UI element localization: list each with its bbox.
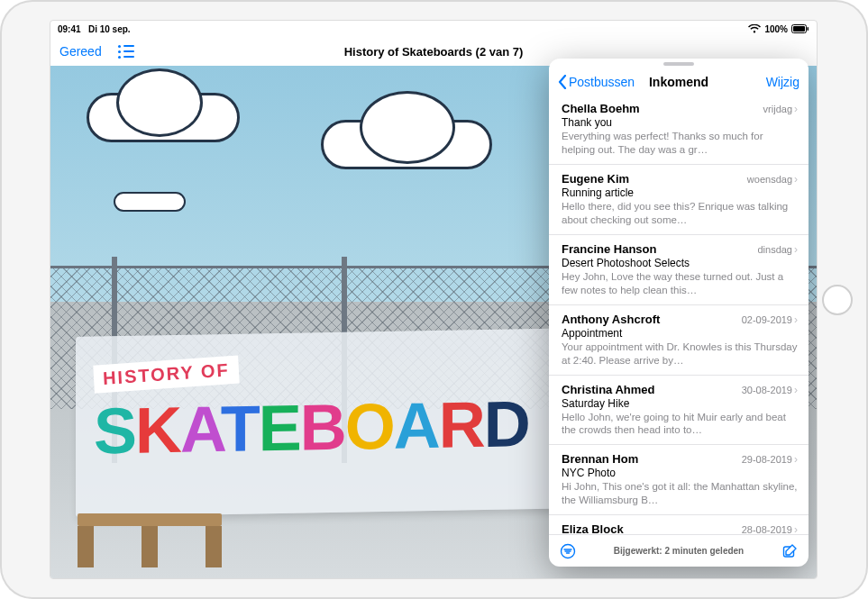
status-bar: 09:41 Di 10 sep. 100% bbox=[50, 21, 817, 37]
mail-date: 30-08-2019› bbox=[742, 384, 798, 396]
mail-sender: Chella Boehm bbox=[562, 102, 640, 115]
mail-preview: Hey John, Love the way these turned out.… bbox=[562, 270, 798, 297]
mail-subject: Thank you bbox=[562, 116, 798, 129]
page-title: History of Skateboards (2 van 7) bbox=[50, 45, 817, 59]
mail-preview: Everything was perfect! Thanks so much f… bbox=[562, 130, 798, 157]
mail-date: 28-08-2019› bbox=[742, 523, 798, 534]
mail-subject: NYC Photo bbox=[562, 467, 798, 479]
chevron-left-icon bbox=[558, 75, 567, 89]
battery-icon bbox=[791, 24, 809, 33]
mail-back-button[interactable]: Postbussen bbox=[558, 75, 635, 89]
pallet-graphic bbox=[78, 513, 222, 567]
chevron-right-icon: › bbox=[794, 243, 798, 256]
done-button[interactable]: Gereed bbox=[59, 44, 102, 59]
mail-subject: Appointment bbox=[562, 327, 798, 340]
list-icon[interactable] bbox=[118, 45, 134, 58]
mail-preview: Hello John, we're going to hit Muir earl… bbox=[562, 411, 798, 438]
mail-item[interactable]: Chella Boehmvrijdag›Thank youEverything … bbox=[549, 95, 809, 165]
ipad-frame: 09:41 Di 10 sep. 100% Gereed History of … bbox=[0, 0, 868, 599]
chevron-right-icon: › bbox=[794, 103, 798, 115]
mail-item[interactable]: Christina Ahmed30-08-2019›Saturday HikeH… bbox=[549, 376, 809, 446]
battery-label: 100% bbox=[764, 24, 788, 34]
mail-sender: Francine Hanson bbox=[562, 242, 656, 256]
mail-date: dinsdag› bbox=[757, 243, 798, 256]
mail-item[interactable]: Brennan Hom29-08-2019›NYC PhotoHi John, … bbox=[549, 445, 809, 515]
cloud-icon bbox=[114, 192, 186, 212]
chevron-right-icon: › bbox=[794, 384, 798, 396]
banner: HISTORY OF SKATEBOARD bbox=[76, 328, 580, 517]
mail-subject: Desert Photoshoot Selects bbox=[562, 257, 798, 269]
mail-sender: Christina Ahmed bbox=[562, 383, 655, 396]
mail-item[interactable]: Anthony Ashcroft02-09-2019›AppointmentYo… bbox=[549, 305, 809, 376]
mail-preview: Hi John, This one's got it all: the Manh… bbox=[562, 480, 798, 507]
mail-toolbar: Bijgewerkt: 2 minuten geleden bbox=[549, 534, 809, 567]
mail-preview: Your appointment with Dr. Knowles is thi… bbox=[562, 340, 798, 368]
mail-list[interactable]: Chella Boehmvrijdag›Thank youEverything … bbox=[549, 95, 809, 534]
filter-icon[interactable] bbox=[560, 543, 576, 559]
mail-edit-button[interactable]: Wijzig bbox=[766, 75, 799, 89]
mail-preview: Hello there, did you see this? Enrique w… bbox=[562, 200, 798, 227]
mail-sender: Brennan Hom bbox=[562, 452, 638, 466]
cloud-icon bbox=[87, 93, 240, 142]
status-date: Di 10 sep. bbox=[88, 24, 131, 34]
cloud-icon bbox=[321, 120, 492, 169]
status-time: 09:41 bbox=[58, 24, 81, 34]
mail-slideover[interactable]: Postbussen Inkomend Wijzig Chella Boehmv… bbox=[549, 59, 809, 567]
mail-date: 02-09-2019› bbox=[742, 313, 798, 326]
banner-word: SKATEBOARD bbox=[94, 390, 562, 463]
svg-rect-1 bbox=[793, 26, 805, 32]
mail-item[interactable]: Eliza Block28-08-2019›Team outing succes… bbox=[549, 515, 809, 534]
mail-sender: Eliza Block bbox=[562, 522, 624, 534]
chevron-right-icon: › bbox=[794, 523, 798, 534]
mail-sender: Eugene Kim bbox=[562, 172, 629, 186]
mail-date: 29-08-2019› bbox=[742, 453, 798, 466]
mail-item[interactable]: Eugene Kimwoensdag›Running articleHello … bbox=[549, 165, 809, 235]
banner-tagline: HISTORY OF bbox=[93, 355, 239, 393]
screen: 09:41 Di 10 sep. 100% Gereed History of … bbox=[50, 20, 818, 579]
home-button[interactable] bbox=[822, 285, 853, 315]
chevron-right-icon: › bbox=[794, 313, 798, 326]
mail-date: woensdag› bbox=[747, 173, 798, 186]
chevron-right-icon: › bbox=[794, 173, 798, 186]
slideover-grip[interactable] bbox=[663, 62, 694, 66]
mail-item[interactable]: Francine Hansondinsdag›Desert Photoshoot… bbox=[549, 235, 809, 305]
mail-sender: Anthony Ashcroft bbox=[562, 313, 660, 326]
compose-icon[interactable] bbox=[781, 543, 798, 559]
chevron-right-icon: › bbox=[794, 453, 798, 466]
mail-subject: Saturday Hike bbox=[562, 397, 798, 410]
mail-subject: Running article bbox=[562, 186, 798, 199]
svg-rect-2 bbox=[808, 27, 809, 31]
mail-date: vrijdag› bbox=[763, 103, 798, 115]
wifi-icon bbox=[748, 24, 761, 33]
mail-status: Bijgewerkt: 2 minuten geleden bbox=[576, 546, 781, 556]
